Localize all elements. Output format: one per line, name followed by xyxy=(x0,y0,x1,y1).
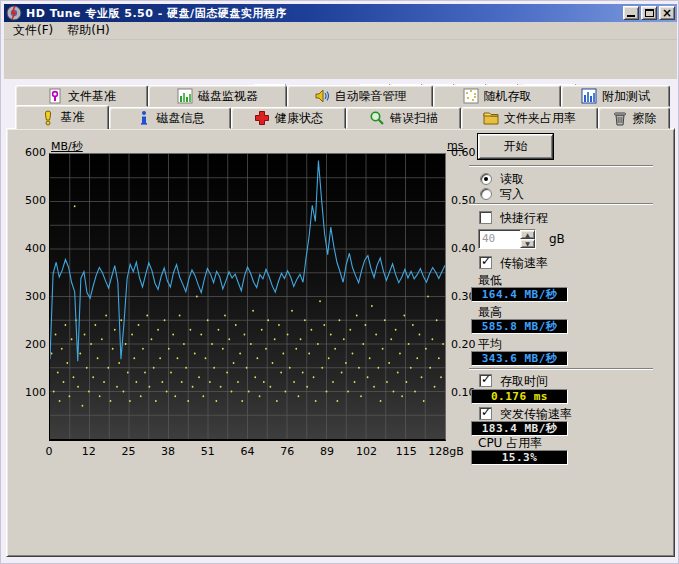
short-stroke-unit: gB xyxy=(549,232,565,246)
axis-tick: 51 xyxy=(201,445,215,458)
minimize-button[interactable] xyxy=(623,6,639,20)
axis-tick: 300 xyxy=(25,290,46,303)
x-axis-ticks: 012253851647689102115128gB xyxy=(49,445,446,459)
min-value-display: 164.4 MB/秒 xyxy=(471,287,568,302)
axis-tick: 12 xyxy=(82,445,96,458)
menu-bar: 文件(F) 帮助(H) xyxy=(4,22,677,40)
avg-value-display: 343.6 MB/秒 xyxy=(471,351,568,366)
minimize-icon xyxy=(627,15,635,17)
axis-tick: 64 xyxy=(241,445,255,458)
max-value-display: 585.8 MB/秒 xyxy=(471,319,568,334)
chart-canvas xyxy=(50,154,445,439)
tab-row-secondary: 文件基准 磁盘监视器 自动噪音管理 xyxy=(15,85,670,107)
axis-tick: 25 xyxy=(121,445,135,458)
cpu-usage-display: 15.3% xyxy=(471,450,568,465)
close-icon: × xyxy=(662,8,672,18)
axis-tick: 400 xyxy=(25,242,46,255)
axis-tick: 500 xyxy=(25,194,46,207)
burst-rate-display: 183.4 MB/秒 xyxy=(471,421,568,436)
aam-icon xyxy=(314,88,330,104)
tab-row-primary: 基准 磁盘信息 健康状态 错误扫描 xyxy=(15,107,670,129)
tab-label: 擦除 xyxy=(633,110,657,127)
disk-info-icon xyxy=(136,110,152,126)
spinner-up-icon[interactable]: ▲ xyxy=(520,230,535,239)
axis-tick: 102 xyxy=(356,445,377,458)
maximize-button[interactable] xyxy=(641,6,657,20)
tab-auto-acoustic[interactable]: 自动噪音管理 xyxy=(287,85,433,107)
separator xyxy=(469,203,653,205)
maximize-icon xyxy=(645,9,654,17)
transfer-rate-checkbox[interactable] xyxy=(479,256,492,269)
short-stroke-label[interactable]: 快捷行程 xyxy=(500,210,548,227)
benchmark-icon xyxy=(40,110,56,126)
toolbar: Red Hat VirtIO (128 gB) ▼ -- ℃ xyxy=(4,40,677,79)
tab-label: 文件基准 xyxy=(68,88,116,105)
axis-tick: 76 xyxy=(280,445,294,458)
tab-label: 自动噪音管理 xyxy=(335,88,407,105)
tab-disk-info[interactable]: 磁盘信息 xyxy=(109,107,231,129)
short-stroke-checkbox[interactable] xyxy=(479,211,492,224)
axis-tick: 0 xyxy=(46,445,53,458)
short-stroke-stepper[interactable]: 40 ▲ ▼ xyxy=(478,229,536,249)
axis-tick: 200 xyxy=(25,338,46,351)
write-radio[interactable] xyxy=(480,188,492,200)
tab-random-access[interactable]: 随机存取 xyxy=(433,85,561,107)
short-stroke-value: 40 xyxy=(479,230,520,248)
file-benchmark-icon xyxy=(47,88,63,104)
write-radio-label[interactable]: 写入 xyxy=(500,186,524,203)
menu-help[interactable]: 帮助(H) xyxy=(60,21,116,40)
transfer-rate-label[interactable]: 传输速率 xyxy=(500,255,548,272)
separator xyxy=(469,165,653,167)
axis-tick: 0.40 xyxy=(451,242,476,255)
window-title: HD Tune 专业版 5.50 - 硬盘/固态硬盘实用程序 xyxy=(26,6,621,21)
tab-folder-usage[interactable]: 文件夹占用率 xyxy=(461,107,598,129)
app-window: HD Tune 专业版 5.50 - 硬盘/固态硬盘实用程序 × 文件(F) 帮… xyxy=(0,0,679,564)
tab-label: 基准 xyxy=(61,109,85,126)
close-button[interactable]: × xyxy=(659,6,675,20)
folder-usage-icon xyxy=(483,110,499,126)
tab-label: 健康状态 xyxy=(275,110,323,127)
axis-tick: 38 xyxy=(161,445,175,458)
tab-label: 随机存取 xyxy=(484,88,532,105)
title-bar: HD Tune 专业版 5.50 - 硬盘/固态硬盘实用程序 × xyxy=(4,4,677,22)
axis-tick: 115 xyxy=(396,445,417,458)
tab-extra-tests[interactable]: 附加测试 xyxy=(561,85,670,107)
disk-monitor-icon xyxy=(177,88,193,104)
burst-rate-checkbox[interactable] xyxy=(479,407,492,420)
start-button[interactable]: 开始 xyxy=(478,134,553,159)
extra-tests-icon xyxy=(581,88,597,104)
axis-tick: 0.60 xyxy=(451,146,476,159)
access-time-display: 0.176 ms xyxy=(471,389,568,404)
tab-health[interactable]: 健康状态 xyxy=(231,107,346,129)
axis-tick: 600 xyxy=(25,146,46,159)
tab-label: 文件夹占用率 xyxy=(504,110,576,127)
axis-tick: 0.20 xyxy=(451,338,476,351)
y-left-axis-ticks: 600500400300200100 xyxy=(19,153,46,441)
random-access-icon xyxy=(463,88,479,104)
axis-tick: 100 xyxy=(25,386,46,399)
tab-erase[interactable]: 擦除 xyxy=(598,107,670,129)
tab-benchmark[interactable]: 基准 xyxy=(15,105,109,129)
spinner-down-icon[interactable]: ▼ xyxy=(520,239,535,248)
error-scan-icon xyxy=(369,110,385,126)
access-time-checkbox[interactable] xyxy=(479,374,492,387)
axis-tick: 89 xyxy=(320,445,334,458)
separator xyxy=(469,368,653,370)
read-radio[interactable] xyxy=(480,173,492,185)
health-icon xyxy=(254,110,270,126)
app-icon xyxy=(6,5,22,21)
tab-label: 磁盘监视器 xyxy=(198,88,258,105)
access-time-label[interactable]: 存取时间 xyxy=(500,373,548,390)
menu-file[interactable]: 文件(F) xyxy=(6,21,60,40)
tab-label: 错误扫描 xyxy=(390,110,438,127)
tab-label: 磁盘信息 xyxy=(157,110,205,127)
tab-label: 附加测试 xyxy=(602,88,650,105)
tab-error-scan[interactable]: 错误扫描 xyxy=(346,107,461,129)
axis-tick: 0.50 xyxy=(451,194,476,207)
benchmark-chart xyxy=(49,153,446,441)
erase-icon xyxy=(612,110,628,126)
y-left-axis-unit: MB/秒 xyxy=(51,139,83,154)
tab-disk-monitor[interactable]: 磁盘监视器 xyxy=(148,85,287,107)
tab-file-benchmark[interactable]: 文件基准 xyxy=(15,85,148,107)
axis-tick: 128gB xyxy=(428,445,464,458)
